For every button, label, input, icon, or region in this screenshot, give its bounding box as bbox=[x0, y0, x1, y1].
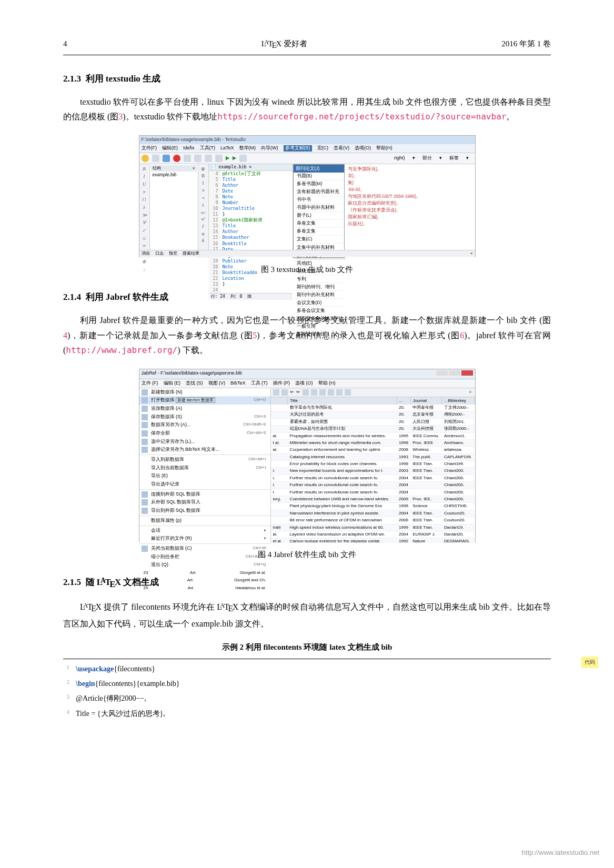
file-menu-item[interactable]: 最近打开的文件 (R) ▸ bbox=[139, 534, 270, 543]
toolbar-icon[interactable]: I bbox=[144, 174, 145, 180]
menu-item[interactable]: 帮助(H) bbox=[376, 145, 392, 152]
toolbar-close-icon[interactable]: × bbox=[469, 389, 471, 396]
file-menu-item[interactable]: 从外部 SQL 数据库导入 bbox=[139, 498, 270, 507]
window-close-icon[interactable] bbox=[461, 370, 473, 376]
menu-item[interactable]: 向导(W) bbox=[261, 145, 278, 152]
menu-item[interactable]: 多卷书题(M) bbox=[294, 180, 344, 188]
menu-item[interactable]: 一般引用 bbox=[294, 323, 344, 331]
view-icon[interactable] bbox=[239, 155, 247, 162]
table-row[interactable]: Plant physiology:plant biology in the Ge… bbox=[271, 503, 475, 510]
table-row[interactable]: Error probability for block codes over c… bbox=[271, 461, 475, 468]
table-row[interactable]: iorg.Coexistence between UWB and narrow-… bbox=[271, 496, 475, 503]
texstudio-url[interactable]: https://sourceforge.net/projects/texstud… bbox=[217, 112, 506, 122]
menu-item[interactable]: 单卷文集 bbox=[294, 220, 344, 228]
file-menu-item[interactable]: 导入到新数据库Ctrl+Alt+I bbox=[139, 456, 270, 464]
copy-icon[interactable] bbox=[215, 155, 223, 162]
menu-item[interactable]: 期刊的特刊、增刊 bbox=[294, 283, 344, 291]
toolbar-icon[interactable]: ψ bbox=[202, 231, 205, 237]
table-row[interactable]: 大风沙过后的思考20.北京青年报傅刚2000-- bbox=[271, 411, 475, 418]
menu-item[interactable]: 多卷引用条目 bbox=[294, 331, 344, 339]
menu-item[interactable]: 参考文献(B) bbox=[284, 145, 312, 152]
toolbar-icon[interactable]: ⊕ bbox=[142, 259, 146, 265]
menu-item[interactable]: 期刊中的补充材料 bbox=[294, 291, 344, 299]
menu-item[interactable]: 书题中的补充材料 bbox=[294, 204, 344, 212]
toolbar-icon[interactable]: {} bbox=[142, 197, 146, 203]
file-menu-item[interactable]: 退出 (Q)Ctrl+Q bbox=[139, 561, 270, 569]
panel-close-icon[interactable]: × bbox=[193, 166, 195, 171]
file-menu-item[interactable]: 导出 (E) bbox=[139, 472, 270, 480]
toolbar-icon[interactable]: ƒ bbox=[202, 224, 205, 230]
minimize-icon[interactable] bbox=[436, 370, 448, 376]
cut-icon[interactable] bbox=[205, 155, 212, 162]
file-menu-item[interactable]: 数据库另存为 (A)...Ctrl+Shift+S bbox=[139, 421, 270, 429]
toolbar-icon[interactable]: ☺ bbox=[142, 236, 146, 242]
menu-item[interactable]: 编辑 (E) bbox=[164, 380, 181, 387]
tb-icon[interactable] bbox=[273, 389, 279, 396]
table-row[interactable]: t al.Millimeter waves for short-range mu… bbox=[271, 439, 475, 446]
menu-item[interactable]: 文件 (F) bbox=[142, 380, 158, 387]
menu-item[interactable]: 含有标题的书题补充 bbox=[294, 188, 344, 196]
file-menu-item[interactable]: 导出到外部 SQL 数据库 bbox=[139, 507, 270, 515]
menu-item[interactable]: 会议文集中的论文(F) bbox=[294, 315, 344, 322]
menu-item[interactable]: 多卷文集 bbox=[294, 228, 344, 236]
menu-item[interactable]: 在线资源 bbox=[294, 267, 344, 275]
menu-item[interactable]: 宏(C) bbox=[317, 145, 329, 152]
menu-item[interactable]: 帮助 (H) bbox=[318, 380, 336, 387]
file-menu-item[interactable]: 保存全部Ctrl+Alt+S bbox=[139, 429, 270, 438]
toolbar-icon[interactable]: ⊕ bbox=[201, 166, 205, 173]
table-row[interactable]: al.Cooperation enforcement and learning … bbox=[271, 447, 475, 453]
toolbar-icon[interactable]: ₍ₐ₎ bbox=[201, 209, 205, 216]
file-menu-item[interactable]: 关闭当前数据库 (C)Ctrl+W bbox=[139, 544, 270, 553]
table-row[interactable]: 雾霾来袭，如何突围20.人民日报刘裕国201. bbox=[271, 418, 475, 425]
toolbar-icon[interactable]: ⫠ bbox=[201, 195, 206, 201]
toolbar-icon[interactable]: ≫ bbox=[142, 213, 147, 219]
fig3-editor-tab[interactable]: 📄 example.bib × bbox=[209, 164, 293, 171]
table-row[interactable]: et al.Carbon isotope evidence for the st… bbox=[271, 538, 475, 543]
table-row[interactable]: i.New exponential bounds and approximati… bbox=[271, 468, 475, 475]
new-icon[interactable] bbox=[152, 155, 159, 162]
file-menu-item[interactable]: 缩小到任务栏Ctrl+Alt+W bbox=[139, 553, 270, 561]
maximize-icon[interactable] bbox=[449, 370, 460, 376]
table-row[interactable]: Cataloging internet resources1993The pub… bbox=[271, 453, 475, 460]
toolbar-icon[interactable]: ≡ bbox=[143, 189, 146, 196]
fig3-file-item[interactable]: example.bib bbox=[151, 171, 197, 178]
save-icon[interactable] bbox=[163, 155, 170, 162]
menu-item[interactable]: 文集(C) bbox=[294, 236, 344, 244]
toolbar-icon[interactable]: λ bbox=[143, 205, 145, 211]
file-menu-item[interactable]: 数据库属性 (p) bbox=[139, 517, 270, 525]
menu-item[interactable]: 编辑(E) bbox=[162, 145, 178, 152]
toolbar-icon[interactable]: U bbox=[143, 181, 146, 188]
file-menu-item[interactable]: 打开数据库新建 BibTeX 数据库Ctrl+O bbox=[139, 396, 270, 405]
jabref-url[interactable]: http://www.jabref.org/ bbox=[66, 345, 177, 355]
menu-item[interactable]: 选项 (O) bbox=[295, 380, 313, 387]
menu-item[interactable]: BibTeX bbox=[230, 380, 246, 387]
toolbar-icon[interactable]: ✓ bbox=[142, 228, 146, 234]
redo-icon[interactable] bbox=[194, 155, 202, 162]
toolbar-icon[interactable]: ≡ bbox=[202, 188, 204, 194]
table-row[interactable]: IralliHigh-speed indoor wireless communi… bbox=[271, 524, 475, 531]
play-icon[interactable]: ▶ bbox=[226, 155, 229, 162]
toolbar-icon[interactable]: ↓ bbox=[143, 267, 146, 273]
menu-item[interactable]: LaTeX bbox=[220, 145, 234, 152]
toolbar-icon[interactable]: I bbox=[203, 180, 204, 187]
menu-item[interactable]: 工具 (T) bbox=[251, 380, 268, 387]
toolbar-icon[interactable]: ∞ bbox=[143, 243, 146, 249]
table-row[interactable]: i.Further results on convolutional code … bbox=[271, 489, 475, 496]
table-row[interactable]: 数字革命与竞争国际化20.中国青年报丁文祥2000-- bbox=[271, 405, 475, 411]
toolbar-icon[interactable]: B bbox=[202, 173, 205, 179]
table-row[interactable]: al.Layered video transmission on adaptiv… bbox=[271, 531, 475, 538]
menu-item[interactable]: 工具(T) bbox=[200, 145, 216, 152]
menu-item[interactable]: Idefix bbox=[183, 145, 195, 152]
menu-item[interactable]: 视图 (V) bbox=[208, 380, 226, 387]
table-row[interactable]: i.Further results on convolutional code … bbox=[271, 482, 475, 489]
table-row[interactable]: al.Propagation measurements and models f… bbox=[271, 432, 475, 439]
table-row[interactable]: i.Further results on convolutional code … bbox=[271, 475, 475, 481]
play2-icon[interactable]: ▶ bbox=[233, 155, 236, 162]
menu-item[interactable]: 选项(O) bbox=[355, 145, 371, 152]
file-menu-item[interactable]: 选择记录另存为 BibTeX 纯文本... bbox=[139, 446, 270, 454]
file-menu-item[interactable]: 保存数据库 (S)Ctrl+S bbox=[139, 413, 270, 421]
file-menu-item[interactable]: 新建数据库 (N) bbox=[139, 388, 270, 397]
menu-item[interactable]: 册子(L) bbox=[294, 212, 344, 220]
menu-item[interactable]: 其他(E) bbox=[294, 259, 344, 267]
menu-item[interactable]: 会议文集(D) bbox=[294, 299, 344, 307]
